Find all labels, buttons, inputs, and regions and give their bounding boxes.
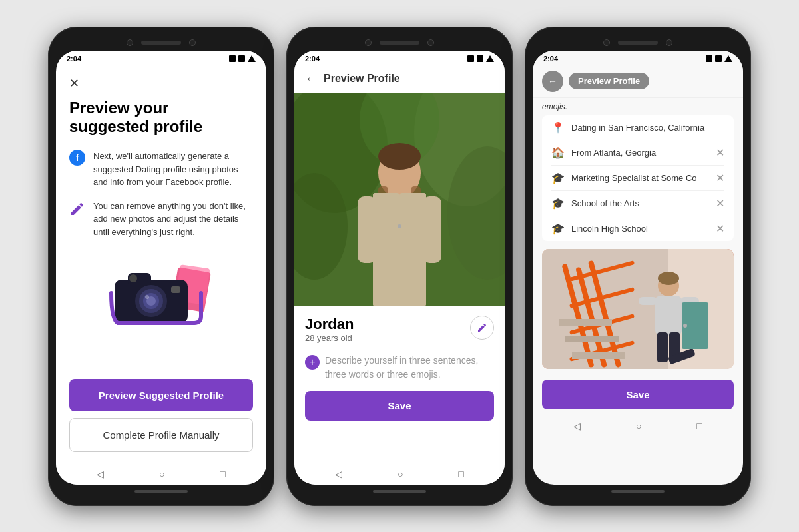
profile-name: Jordan xyxy=(305,316,354,333)
battery-icon-3 xyxy=(706,55,712,62)
wifi-icon-1 xyxy=(238,55,245,62)
phone-top-bar-3 xyxy=(533,35,743,51)
info-job: Marketing Specialist at Some Co xyxy=(571,173,697,183)
profile-name-group: Jordan 28 years old xyxy=(305,316,354,351)
svg-rect-46 xyxy=(639,297,657,305)
home-bar-1 xyxy=(134,490,188,493)
home-icon: 🏠 xyxy=(551,146,565,159)
sensor-1 xyxy=(189,39,196,46)
feature-item-2: You can remove anything you don't like, … xyxy=(69,200,253,239)
back-nav-3[interactable]: ◁ xyxy=(573,421,581,431)
phone-bottom-bar-2 xyxy=(294,485,505,498)
emojis-overflow-text: emojis. xyxy=(533,98,743,113)
close-button[interactable]: ✕ xyxy=(69,76,253,91)
remove-home-button[interactable]: ✕ xyxy=(716,146,724,159)
facebook-icon: f xyxy=(69,150,85,166)
phone-3: 2:04 ← Preview Profile emojis. 📍 Dating … xyxy=(525,27,751,506)
complete-profile-manually-button[interactable]: Complete Profile Manually xyxy=(69,418,253,452)
svg-rect-37 xyxy=(572,352,625,359)
info-row-job: 🎓 Marketing Specialist at Some Co ✕ xyxy=(551,166,724,191)
save-button-2[interactable]: Save xyxy=(305,391,494,421)
info-row-location: 📍 Dating in San Francisco, California xyxy=(551,115,724,140)
svg-rect-38 xyxy=(565,336,619,342)
home-nav-3[interactable]: ○ xyxy=(636,421,641,431)
phone-bottom-bar-3 xyxy=(533,485,743,498)
location-icon: 📍 xyxy=(551,121,565,134)
info-left-location: 📍 Dating in San Francisco, California xyxy=(551,121,704,134)
bio-placeholder[interactable]: + Describe yourself in three sentences, … xyxy=(305,354,494,382)
school2-icon: 🎓 xyxy=(551,222,565,235)
info-row-home: 🏠 From Atlanta, Georgia ✕ xyxy=(551,140,724,166)
recents-nav-1[interactable]: □ xyxy=(220,469,225,479)
svg-point-27 xyxy=(398,224,401,228)
recents-nav-3[interactable]: □ xyxy=(696,421,702,431)
battery-icon-1 xyxy=(229,55,236,62)
svg-point-8 xyxy=(145,295,149,299)
svg-rect-42 xyxy=(655,296,682,336)
sensor-3 xyxy=(666,39,672,46)
feature-text-2: You can remove anything you don't like, … xyxy=(93,200,253,239)
status-icons-3 xyxy=(706,55,732,62)
back-nav-2[interactable]: ◁ xyxy=(335,469,342,479)
phone-2: 2:04 ← Preview Profile xyxy=(286,27,513,506)
svg-rect-43 xyxy=(657,332,668,362)
profile-photo-2 xyxy=(294,93,505,306)
signal-icon-1 xyxy=(248,55,256,62)
speaker-2 xyxy=(380,41,419,45)
recents-nav-2[interactable]: □ xyxy=(458,469,463,479)
svg-rect-24 xyxy=(400,193,426,306)
svg-rect-9 xyxy=(171,286,180,293)
screen1-content: ✕ Preview your suggested profile f Next,… xyxy=(56,65,266,463)
svg-rect-26 xyxy=(423,196,441,263)
info-from-city: From Atlanta, Georgia xyxy=(571,148,656,158)
profile-name-row: Jordan 28 years old xyxy=(305,316,494,351)
screen2-header-title: Preview Profile xyxy=(324,73,400,85)
preview-suggested-profile-button[interactable]: Preview Suggested Profile xyxy=(69,379,253,411)
phone-screen-2: 2:04 ← Preview Profile xyxy=(294,51,505,485)
svg-point-41 xyxy=(658,272,679,285)
status-time-2: 2:04 xyxy=(305,55,320,63)
speaker-1 xyxy=(141,41,181,45)
info-left-school2: 🎓 Lincoln High School xyxy=(551,222,648,235)
android-nav-3: ◁ ○ □ xyxy=(533,415,743,437)
svg-rect-39 xyxy=(559,319,612,326)
info-dating-location: Dating in San Francisco, California xyxy=(571,123,704,133)
status-bar-1: 2:04 xyxy=(56,51,266,65)
front-camera-3 xyxy=(603,39,610,46)
phone-screen-1: 2:04 ✕ Preview your suggested profile f … xyxy=(56,51,266,485)
remove-job-button[interactable]: ✕ xyxy=(716,172,724,184)
wifi-icon-3 xyxy=(715,55,722,62)
svg-rect-25 xyxy=(358,196,376,263)
job-icon: 🎓 xyxy=(551,172,565,184)
back-circle-3[interactable]: ← xyxy=(542,71,563,92)
svg-point-49 xyxy=(683,324,687,328)
front-camera-2 xyxy=(365,39,372,46)
status-time-3: 2:04 xyxy=(543,55,558,63)
info-left-job: 🎓 Marketing Specialist at Some Co xyxy=(551,172,697,184)
camera-illustration xyxy=(69,260,253,326)
back-nav-1[interactable]: ◁ xyxy=(97,469,104,479)
home-nav-1[interactable]: ○ xyxy=(159,469,164,479)
profile-info-list: 📍 Dating in San Francisco, California 🏠 … xyxy=(542,115,734,241)
phone-1: 2:04 ✕ Preview your suggested profile f … xyxy=(48,27,274,506)
status-bar-2: 2:04 xyxy=(294,51,505,65)
svg-rect-23 xyxy=(373,193,400,306)
battery-icon-2 xyxy=(467,55,474,62)
info-row-school1: 🎓 School of the Arts ✕ xyxy=(551,191,724,216)
back-arrow-2[interactable]: ← xyxy=(305,72,317,86)
profile-info-2: Jordan 28 years old + Describe yourself … xyxy=(294,306,505,463)
remove-school2-button[interactable]: ✕ xyxy=(716,222,724,235)
edit-profile-button[interactable] xyxy=(470,316,494,340)
feature-text-1: Next, we'll automatically generate a sug… xyxy=(93,150,253,189)
screen3-header: ← Preview Profile xyxy=(533,65,743,98)
save-button-3[interactable]: Save xyxy=(542,380,734,409)
home-nav-2[interactable]: ○ xyxy=(398,469,403,479)
info-left-school1: 🎓 School of the Arts xyxy=(551,197,639,210)
android-nav-2: ◁ ○ □ xyxy=(294,463,505,485)
feature-item-1: f Next, we'll automatically generate a s… xyxy=(69,150,253,189)
profile-photo-3 xyxy=(542,249,734,369)
preview-profile-badge: Preview Profile xyxy=(569,73,649,89)
svg-point-10 xyxy=(129,274,137,282)
phone-screen-3: 2:04 ← Preview Profile emojis. 📍 Dating … xyxy=(533,51,743,485)
remove-school1-button[interactable]: ✕ xyxy=(716,197,724,210)
